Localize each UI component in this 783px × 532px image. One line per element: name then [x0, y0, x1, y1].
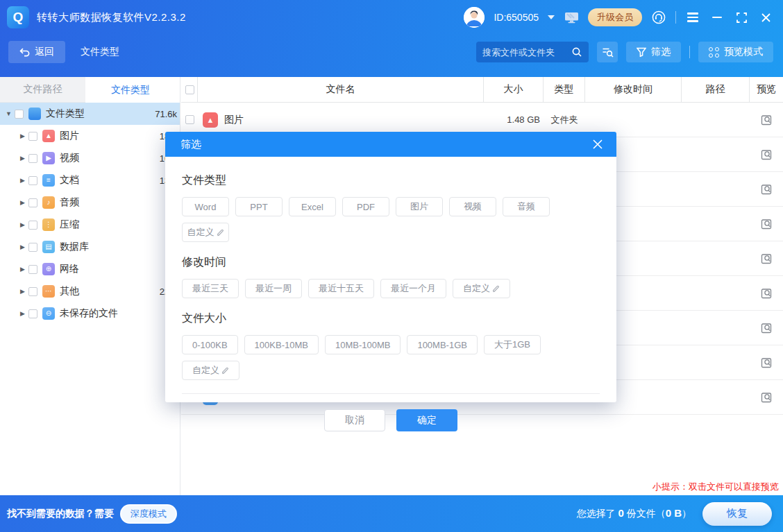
column-header-3[interactable]: 类型 — [544, 77, 585, 102]
filter-option-button[interactable]: Excel — [289, 197, 336, 216]
confirm-button[interactable]: 确定 — [396, 409, 457, 431]
filter-option-button[interactable]: 音频 — [503, 197, 550, 216]
select-all-checkbox[interactable] — [185, 85, 194, 94]
user-avatar[interactable] — [464, 7, 485, 28]
collapse-arrow-icon[interactable]: ▶ — [18, 155, 27, 162]
dialog-close-button[interactable] — [590, 137, 605, 152]
filter-option-button[interactable]: 视频 — [449, 197, 496, 216]
collapse-arrow-icon[interactable]: ▶ — [18, 132, 27, 139]
tree-checkbox[interactable] — [28, 265, 37, 274]
tree-item[interactable]: ▶⊖未保存的文件1 — [0, 302, 180, 325]
collapse-arrow-icon[interactable]: ▶ — [18, 221, 27, 228]
tree-item-label: 文件类型 — [46, 108, 85, 120]
column-header-5[interactable]: 路径 — [682, 77, 750, 102]
preview-button[interactable] — [758, 146, 775, 163]
close-button[interactable] — [758, 10, 773, 25]
row-checkbox[interactable] — [185, 115, 194, 124]
filter-option-button[interactable]: PPT — [235, 197, 283, 216]
tree-checkbox[interactable] — [28, 309, 37, 318]
cancel-button[interactable]: 取消 — [324, 409, 385, 431]
filter-option-button[interactable]: 0-100KB — [182, 335, 238, 354]
tree-item[interactable]: ▶≡文档13.3 — [0, 169, 180, 191]
filter-dialog-body: 文件类型WordPPTExcelPDF图片视频音频自定义修改时间最近三天最近一周… — [165, 157, 616, 380]
collapse-arrow-icon[interactable]: ▶ — [18, 177, 27, 184]
preview-button[interactable] — [758, 354, 775, 371]
tree-item[interactable]: ▶▲图片18.3 — [0, 125, 180, 147]
tree-checkbox[interactable] — [28, 243, 37, 252]
collapse-arrow-icon[interactable]: ▶ — [18, 288, 27, 295]
column-header-2[interactable]: 大小 — [484, 77, 544, 102]
selection-summary: 您选择了 0 份文件（0 B） — [577, 507, 691, 520]
search-box[interactable] — [476, 42, 589, 62]
collapse-arrow-icon[interactable]: ▶ — [18, 310, 27, 317]
tree-item[interactable]: ▶⊕网络15 — [0, 258, 180, 280]
tree-checkbox[interactable] — [28, 132, 37, 141]
collapse-arrow-icon[interactable]: ▶ — [18, 266, 27, 273]
minimize-button[interactable] — [709, 10, 725, 25]
tree-item[interactable]: ▶▤数据库17 — [0, 236, 180, 258]
chevron-down-icon[interactable] — [548, 15, 555, 19]
tree-item[interactable]: ▶⋮压缩15 — [0, 214, 180, 236]
video-icon: ▶ — [42, 152, 55, 164]
filter-option-button[interactable]: 最近一个月 — [380, 279, 446, 298]
recover-button[interactable]: 恢复 — [702, 502, 772, 526]
preview-button[interactable] — [758, 216, 775, 232]
preview-button[interactable] — [758, 181, 775, 198]
sidebar-tab-file-path[interactable]: 文件路径 — [0, 77, 85, 103]
column-header-4[interactable]: 修改时间 — [585, 77, 682, 102]
tree-checkbox[interactable] — [28, 154, 37, 163]
tree-checkbox[interactable] — [28, 176, 37, 185]
tree-item[interactable]: ▶⋯其他22.9 — [0, 280, 180, 302]
tree-checkbox[interactable] — [28, 221, 37, 230]
filter-option-button[interactable]: PDF — [342, 197, 389, 216]
column-header-6[interactable]: 预览 — [750, 77, 783, 102]
preview-mode-button[interactable]: 预览模式 — [698, 42, 773, 62]
filter-option-button[interactable]: 最近十五天 — [308, 279, 374, 298]
titlebar: Q 转转大师数据恢复软件V2.2.3.2 ID:650505 — [0, 0, 783, 35]
tree-checkbox[interactable] — [28, 287, 37, 296]
search-list-button[interactable] — [597, 42, 618, 62]
tree-item[interactable]: ▼文件类型71.6k — [0, 103, 180, 125]
monitor-icon[interactable] — [564, 10, 579, 25]
search-icon[interactable] — [571, 46, 582, 58]
tree-checkbox[interactable] — [15, 110, 24, 119]
collapse-arrow-icon[interactable]: ▶ — [18, 243, 27, 250]
filter-option-button[interactable]: 10MB-100MB — [325, 335, 401, 354]
preview-cell — [750, 285, 783, 302]
upgrade-member-button[interactable]: 升级会员 — [588, 8, 642, 26]
filter-option-button[interactable]: Word — [182, 197, 229, 216]
customer-service-icon[interactable] — [651, 10, 666, 25]
tree-item-label: 压缩 — [60, 218, 79, 231]
sidebar-tab-file-type[interactable]: 文件类型 — [85, 77, 176, 103]
tree-item[interactable]: ▶▶视频16.5 — [0, 147, 180, 169]
file-types-icon — [28, 108, 41, 120]
search-input[interactable] — [482, 47, 571, 58]
filter-option-button[interactable]: 100MB-1GB — [407, 335, 478, 354]
sidebar-tabs: 文件路径文件类型 — [0, 77, 180, 103]
filter-option-button[interactable]: 最近一周 — [245, 279, 302, 298]
custom-option-button[interactable]: 自定义 — [182, 361, 239, 380]
preview-button[interactable] — [758, 250, 775, 267]
filter-button[interactable]: 筛选 — [626, 42, 681, 62]
preview-button[interactable] — [758, 112, 775, 128]
navbar: 返回 文件类型 — [0, 35, 783, 69]
filter-option-button[interactable]: 最近三天 — [182, 279, 239, 298]
column-header-1[interactable]: 文件名 — [198, 77, 484, 102]
filter-option-button[interactable]: 图片 — [396, 197, 443, 216]
deep-mode-button[interactable]: 深度模式 — [120, 504, 177, 524]
file-name: 图片 — [224, 114, 244, 126]
expand-arrow-icon[interactable]: ▼ — [4, 110, 13, 117]
filter-option-button[interactable]: 100KB-10MB — [244, 335, 319, 354]
custom-option-button[interactable]: 自定义 — [182, 223, 229, 242]
custom-option-button[interactable]: 自定义 — [453, 279, 510, 298]
menu-icon[interactable] — [685, 10, 700, 25]
tree-item[interactable]: ▶♪音频14 — [0, 191, 180, 214]
filter-option-button[interactable]: 大于1GB — [484, 335, 541, 354]
preview-button[interactable] — [758, 320, 775, 336]
maximize-button[interactable] — [734, 10, 749, 25]
preview-button[interactable] — [758, 285, 775, 302]
back-button[interactable]: 返回 — [8, 41, 65, 63]
collapse-arrow-icon[interactable]: ▶ — [18, 199, 27, 206]
tree-checkbox[interactable] — [28, 198, 37, 207]
preview-button[interactable] — [758, 389, 775, 406]
